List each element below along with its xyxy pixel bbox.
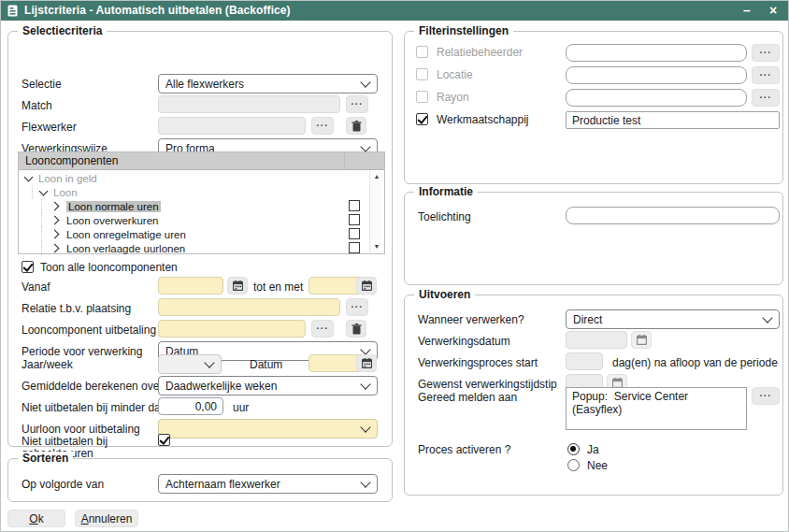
rayon-browse-button[interactable]: ··· xyxy=(752,89,780,107)
chevron-collapsed-icon[interactable] xyxy=(50,216,60,225)
calendar-icon xyxy=(362,358,372,368)
niet-geboekt-checkbox[interactable] xyxy=(158,434,170,446)
chevron-down-icon xyxy=(762,312,772,323)
looncomponenten-tree[interactable]: Looncomponenten Loon in geld Loon Loon n… xyxy=(18,151,385,254)
proces-ja-radio[interactable] xyxy=(567,443,580,455)
jaarweek-datum-label: Datum xyxy=(250,358,282,371)
tot-en-met-calendar-button[interactable] xyxy=(356,277,377,295)
annuleren-button-label: Annuleren xyxy=(81,512,133,525)
toelichting-field[interactable] xyxy=(566,207,780,224)
relatie-field[interactable] xyxy=(158,298,340,316)
tree-node-loon[interactable]: Loon xyxy=(32,185,78,199)
tree-node-loon-verlaagde-uurlonen[interactable]: Loon verlaagde uurlonen xyxy=(41,241,185,255)
chevron-expanded-icon[interactable] xyxy=(39,186,49,195)
looncomponent-uitbetaling-field[interactable] xyxy=(158,320,306,338)
wanneer-dropdown[interactable]: Direct xyxy=(566,309,780,329)
werkmaatschappij-checkbox[interactable] xyxy=(416,113,428,125)
looncomponent-uitbetaling-browse-button[interactable]: ··· xyxy=(311,320,334,338)
match-field xyxy=(158,95,340,113)
tree-node-loon-normale-uren[interactable]: Loon normale uren xyxy=(41,199,161,213)
gereed-browse-button[interactable]: ··· xyxy=(752,387,780,405)
werkmaatschappij-field[interactable]: Productie test xyxy=(566,111,780,129)
op-volgorde-dropdown[interactable]: Achternaam flexwerker xyxy=(158,474,378,494)
niet-geboekt-label-line1: Niet uitbetalen bij xyxy=(22,435,108,448)
tree-node-loon-in-geld[interactable]: Loon in geld xyxy=(25,171,97,185)
flexwerker-clear-button[interactable] xyxy=(346,117,366,135)
toon-alle-label: Toon alle looncomponenten xyxy=(40,261,178,274)
minimize-button[interactable]: – xyxy=(735,0,759,21)
tree-scrollbar[interactable]: ▲ ▼ xyxy=(369,171,383,252)
chevron-down-icon xyxy=(360,77,370,87)
relatie-browse-button[interactable]: ··· xyxy=(346,298,368,316)
chevron-down-icon xyxy=(204,357,214,367)
close-button[interactable]: × xyxy=(761,0,785,21)
rayon-label: Rayon xyxy=(437,91,469,104)
tree-guide xyxy=(41,213,42,227)
flexwerker-browse-button[interactable]: ··· xyxy=(311,117,334,135)
tree-guide xyxy=(41,241,42,255)
op-volgorde-label: Op volgorde van xyxy=(22,478,104,491)
calendar-icon xyxy=(637,335,647,345)
gemiddelde-label: Gemiddelde berekenen over xyxy=(22,380,163,393)
gemiddelde-dropdown[interactable]: Daadwerkelijke weken xyxy=(158,376,378,395)
relatiebeheerder-browse-button[interactable]: ··· xyxy=(752,44,780,62)
gereed-textarea[interactable]: Popup: Service Center (Easyflex) xyxy=(566,387,747,430)
verwerkingsdatum-calendar-button xyxy=(631,331,652,349)
chevron-down-icon xyxy=(360,141,370,151)
tot-en-met-label: tot en met xyxy=(253,280,303,294)
gereed-label: Gereed melden aan xyxy=(418,391,517,404)
looncomponenten-header: Looncomponenten xyxy=(19,152,384,170)
verwerkingsproces-suffix: dag(en) na afloop van de periode xyxy=(612,356,778,369)
selectie-dropdown[interactable]: Alle flexwerkers xyxy=(158,74,378,93)
group-title: Informatie xyxy=(414,185,478,198)
proces-nee-radio[interactable] xyxy=(567,459,580,471)
vanaf-date-field[interactable] xyxy=(158,277,223,295)
calendar-icon xyxy=(362,280,372,291)
match-browse-button[interactable]: ··· xyxy=(346,95,368,113)
relatiebeheerder-label: Relatiebeheerder xyxy=(437,46,523,59)
tree-node-label: Loon verlaagde uurlonen xyxy=(66,243,185,254)
tree-checkbox[interactable] xyxy=(349,228,360,239)
tree-checkbox[interactable] xyxy=(349,200,360,211)
tree-node-label: Loon overwerkuren xyxy=(66,215,158,226)
chevron-collapsed-icon[interactable] xyxy=(50,202,60,211)
locatie-field xyxy=(566,66,747,84)
jaarweek-dropdown[interactable] xyxy=(158,354,222,374)
looncomponenten-header-label: Looncomponenten xyxy=(25,154,118,167)
tree-node-loon-overwerkuren[interactable]: Loon overwerkuren xyxy=(41,213,158,227)
jaarweek-calendar-button[interactable] xyxy=(356,354,377,372)
ok-button[interactable]: Ok xyxy=(7,510,65,527)
window-title: Lijstcriteria - Automatisch uitbetalen (… xyxy=(24,4,291,17)
uurloon-label: Uurloon voor uitbetaling xyxy=(22,423,140,436)
rayon-checkbox xyxy=(416,91,428,103)
looncomponent-uitbetaling-clear-button[interactable] xyxy=(346,320,366,338)
tree-checkbox[interactable] xyxy=(349,214,360,225)
group-title: Selectiecriteria xyxy=(18,24,107,37)
scroll-down-icon[interactable]: ▼ xyxy=(370,242,383,252)
verwerkingsproces-label: Verwerkingsproces start xyxy=(418,356,538,369)
locatie-browse-button[interactable]: ··· xyxy=(752,66,780,84)
ok-button-label: Ok xyxy=(29,512,43,525)
scroll-up-icon[interactable]: ▲ xyxy=(370,172,383,181)
tree-node-loon-onregelmatige-uren[interactable]: Loon onregelmatige uren xyxy=(41,227,186,241)
flexwerker-field xyxy=(158,117,306,135)
annuleren-button[interactable]: Annuleren xyxy=(75,510,138,527)
gewenst-label: Gewenst verwerkingstijdstip xyxy=(418,378,557,391)
relatiebeheerder-field xyxy=(566,44,747,62)
relatie-label: Relatie t.b.v. plaatsing xyxy=(22,302,131,315)
flexwerker-label: Flexwerker xyxy=(22,121,77,134)
periode-label: Periode voor verwerking xyxy=(22,345,142,358)
tree-checkbox[interactable] xyxy=(349,242,360,253)
uurloon-dropdown[interactable] xyxy=(158,419,378,439)
chevron-down-icon xyxy=(360,379,370,389)
chevron-expanded-icon[interactable] xyxy=(24,172,34,181)
tree-guide xyxy=(32,185,33,199)
chevron-collapsed-icon[interactable] xyxy=(50,244,60,253)
calendar-icon xyxy=(233,280,243,291)
chevron-collapsed-icon[interactable] xyxy=(50,230,60,239)
niet-minder-field[interactable]: 0,00 xyxy=(158,397,223,415)
chevron-down-icon xyxy=(360,477,370,487)
toon-alle-checkbox[interactable] xyxy=(22,261,34,273)
vanaf-calendar-button[interactable] xyxy=(227,277,248,295)
checkbox-column-header xyxy=(344,152,384,169)
